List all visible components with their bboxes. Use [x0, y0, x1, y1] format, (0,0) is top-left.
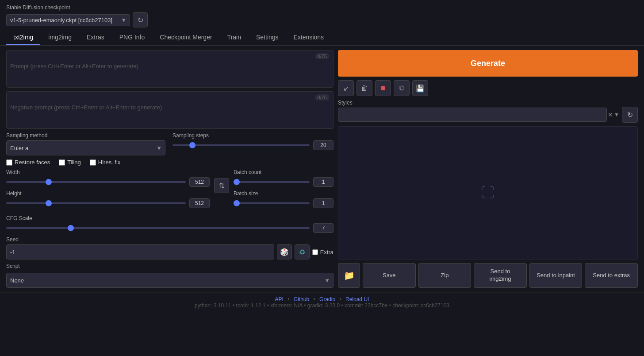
- script-label: Script: [6, 263, 334, 269]
- restore-faces-label: Restore faces: [15, 159, 50, 166]
- save-style-icon-button[interactable]: 💾: [412, 80, 428, 96]
- cfg-scale-value: 7: [313, 223, 334, 233]
- extra-seed-checkbox[interactable]: Extra: [312, 249, 334, 255]
- tab-extras[interactable]: Extras: [80, 30, 111, 45]
- footer-gradio-link[interactable]: Gradio: [319, 296, 335, 302]
- generate-button[interactable]: Generate: [338, 50, 638, 77]
- cfg-scale-slider[interactable]: [6, 227, 310, 229]
- send-to-extras-button[interactable]: Send to extras: [585, 263, 638, 288]
- sampling-steps-value: 20: [313, 140, 334, 150]
- tab-train[interactable]: Train: [220, 30, 248, 45]
- extra-seed-label: Extra: [320, 249, 334, 255]
- checkpoint-select[interactable]: v1-5-pruned-emaonly.ckpt [cc6cb27103]: [6, 14, 130, 26]
- tiling-input[interactable]: [59, 159, 65, 166]
- styles-label: Styles: [338, 100, 353, 106]
- batch-count-label: Batch count: [234, 169, 334, 175]
- tab-checkpoint-merger[interactable]: Checkpoint Merger: [153, 30, 219, 45]
- swap-dimensions-button[interactable]: ⇅: [214, 178, 229, 193]
- refresh-checkpoint-button[interactable]: ↻: [133, 12, 148, 27]
- height-label: Height: [6, 190, 210, 197]
- batch-size-label: Batch size: [234, 190, 334, 197]
- send-to-inpaint-button[interactable]: Send to inpaint: [529, 263, 583, 288]
- batch-size-value: 1: [313, 198, 334, 208]
- styles-clear-button[interactable]: ✕: [607, 111, 614, 118]
- image-placeholder-icon: ⛶: [481, 185, 495, 201]
- footer-api-link[interactable]: API: [275, 296, 284, 302]
- extra-seed-input[interactable]: [312, 249, 318, 255]
- width-label: Width: [6, 169, 210, 175]
- arrows-icon-button[interactable]: ↙: [338, 80, 354, 96]
- send-to-img2img-button[interactable]: Send to img2img: [474, 263, 527, 288]
- tab-png-info[interactable]: PNG Info: [112, 30, 152, 45]
- recycle-seed-button[interactable]: ♻: [295, 244, 310, 259]
- footer-github-link[interactable]: Github: [294, 296, 309, 302]
- styles-chevron-icon: ▼: [614, 112, 619, 118]
- script-select[interactable]: None: [6, 273, 334, 288]
- tiling-label: Tiling: [67, 159, 81, 166]
- save-button[interactable]: Save: [363, 263, 416, 288]
- footer-reload-ui-link[interactable]: Reload UI: [345, 296, 369, 302]
- sampling-method-label: Sampling method: [6, 132, 165, 139]
- hires-fix-label: Hires. fix: [98, 159, 121, 166]
- batch-count-value: 1: [313, 177, 334, 187]
- tab-extensions[interactable]: Extensions: [287, 30, 331, 45]
- prompt-area: 0/75: [6, 50, 334, 88]
- prompt-input[interactable]: [7, 50, 333, 86]
- styles-select[interactable]: [338, 108, 607, 122]
- main-tabs: txt2img img2img Extras PNG Info Checkpoi…: [0, 30, 644, 46]
- tiling-checkbox[interactable]: Tiling: [59, 159, 81, 166]
- open-folder-button[interactable]: 📁: [338, 263, 360, 288]
- tab-settings[interactable]: Settings: [249, 30, 286, 45]
- zip-button[interactable]: Zip: [418, 263, 472, 288]
- tab-txt2img[interactable]: txt2img: [6, 30, 40, 45]
- sampling-steps-label: Sampling steps: [172, 132, 334, 139]
- footer: API • Github • Gradio • Reload UI python…: [0, 292, 644, 310]
- batch-count-slider[interactable]: [234, 181, 310, 183]
- batch-size-slider[interactable]: [234, 202, 310, 204]
- height-slider[interactable]: [6, 202, 186, 204]
- record-icon-button[interactable]: ⏺: [375, 80, 391, 96]
- sampling-method-select[interactable]: Euler a Euler LMS DPM++ 2M Karras DDIM: [6, 140, 165, 155]
- negative-prompt-input[interactable]: [7, 92, 333, 127]
- trash-icon-button[interactable]: 🗑: [356, 80, 372, 96]
- tab-img2img[interactable]: img2img: [41, 30, 79, 45]
- action-icons-row: ↙ 🗑 ⏺ ⧉ 💾: [338, 80, 638, 96]
- seed-input[interactable]: [6, 244, 274, 259]
- width-slider[interactable]: [6, 181, 186, 183]
- restore-faces-checkbox[interactable]: Restore faces: [6, 159, 50, 166]
- randomize-seed-button[interactable]: 🎲: [277, 244, 292, 259]
- image-preview: ⛶: [338, 126, 638, 259]
- seed-label: Seed: [6, 236, 334, 243]
- negative-prompt-counter: 0/75: [315, 94, 330, 101]
- width-value: 512: [189, 177, 210, 187]
- height-value: 512: [189, 198, 210, 208]
- footer-info: python: 3.10.11 • torch: 1.12.1 • xforme…: [0, 302, 644, 309]
- checkboxes-row: Restore faces Tiling Hires. fix: [6, 159, 334, 166]
- negative-prompt-area: 0/75: [6, 91, 334, 129]
- hires-fix-checkbox[interactable]: Hires. fix: [90, 159, 121, 166]
- hires-fix-input[interactable]: [90, 159, 96, 166]
- cfg-scale-label: CFG Scale: [6, 215, 334, 221]
- output-actions: 📁 Save Zip Send to img2img Send to inpai…: [338, 263, 638, 288]
- checkpoint-label: Stable Diffusion checkpoint: [6, 4, 148, 11]
- prompt-counter: 0/75: [315, 53, 330, 59]
- sampling-steps-slider[interactable]: [172, 144, 310, 146]
- copy-icon-button[interactable]: ⧉: [394, 80, 410, 96]
- styles-refresh-button[interactable]: ↻: [622, 107, 638, 123]
- restore-faces-input[interactable]: [6, 159, 12, 166]
